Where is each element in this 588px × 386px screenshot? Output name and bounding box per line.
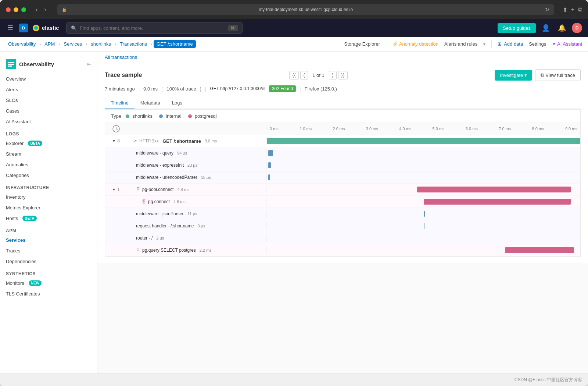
transactions-notice: All transactions — [97, 52, 588, 63]
row-duration-3: 15 μs — [201, 175, 211, 180]
axis-7ms: 7.0 ms — [499, 127, 511, 131]
view-full-trace-button[interactable]: ⧉ View full trace — [535, 69, 581, 81]
type-dot-internal — [159, 114, 163, 118]
search-bar[interactable]: 🔍 ⌘/ — [66, 22, 243, 34]
sidebar-logo — [6, 59, 16, 69]
sidebar-toggle[interactable]: ⧉ — [578, 6, 582, 13]
sidebar-item-categories[interactable]: Categories — [0, 170, 97, 181]
tab-metadata[interactable]: Metadata — [135, 97, 166, 109]
search-icon: 🔍 — [71, 25, 77, 31]
sidebar-item-stream[interactable]: Stream — [0, 149, 97, 159]
breadcrumb-transactions[interactable]: Transactions — [118, 40, 149, 47]
sidebar-collapse-button[interactable]: ⇤ — [87, 61, 91, 67]
ai-assistant-link[interactable]: ✦ AI Assistant — [552, 41, 582, 47]
anomaly-detection-link[interactable]: Anomaly detection — [392, 41, 438, 47]
breadcrumb-shortlinks[interactable]: shortlinks — [89, 40, 113, 47]
trace-first-button[interactable]: ⟨⟨ — [289, 71, 299, 79]
traffic-light-green[interactable] — [21, 7, 26, 12]
table-row: ▾ 8 ↗ HTTP 3xx GET /:shortname 9.0 ms — [105, 135, 580, 147]
sidebar-item-alerts[interactable]: Alerts — [0, 84, 97, 95]
hamburger-icon[interactable]: ☰ — [6, 22, 15, 33]
sidebar-item-dependencies[interactable]: Dependencies — [0, 256, 97, 267]
sidebar-item-hosts[interactable]: Hosts BETA — [0, 213, 97, 224]
bar-col-7 — [267, 220, 580, 232]
sidebar-title: Observability — [19, 61, 54, 67]
row-num-0: ▾ 8 — [105, 137, 127, 145]
row-label-2: middleware - expressInit 23 μs — [127, 161, 267, 169]
search-input[interactable] — [80, 25, 225, 31]
tab-logs[interactable]: Logs — [166, 97, 188, 109]
type-postgresql: postgresql — [195, 113, 217, 119]
sidebar-section-logs: Logs — [0, 127, 97, 138]
expand-button-4[interactable]: ▾ — [112, 187, 116, 192]
axis-4ms: 4.0 ms — [399, 127, 411, 131]
storage-explorer-link[interactable]: Storage Explorer — [344, 41, 380, 47]
sidebar-section-synthetics: Synthetics — [0, 267, 97, 278]
bar-3 — [268, 174, 270, 180]
investigate-dropdown-icon: ▾ — [524, 72, 527, 78]
axis-2ms: 2.0 ms — [333, 127, 345, 131]
back-button[interactable]: ‹ — [33, 6, 40, 14]
sidebar-item-tls-certificates[interactable]: TLS Certificates — [0, 288, 97, 299]
beta-badge-explorer: BETA — [28, 141, 42, 146]
type-label: Type — [111, 113, 121, 119]
row-duration-0: 9.0 ms — [205, 139, 217, 143]
db-icon-4: 🗄 — [136, 187, 140, 192]
axis-3ms: 3.0 ms — [366, 127, 378, 131]
alerts-rules-link[interactable]: Alerts and rules — [444, 41, 477, 47]
sidebar-item-cases[interactable]: Cases — [0, 106, 97, 116]
sidebar-item-ai-assistant[interactable]: AI Assistant — [0, 116, 97, 127]
trace-url: GET http://127.0.0.1:3000/el — [210, 86, 265, 91]
breadcrumb-apm[interactable]: APM — [42, 40, 57, 47]
sidebar-item-inventory[interactable]: Inventory — [0, 192, 97, 202]
reload-icon[interactable]: ↻ — [545, 7, 549, 13]
all-transactions-link[interactable]: All transactions — [105, 54, 137, 60]
breadcrumb-bar: Observability › APM › Services › shortli… — [0, 37, 588, 52]
tab-timeline[interactable]: Timeline — [105, 97, 135, 109]
sidebar-item-metrics-explorer[interactable]: Metrics Explorer — [0, 202, 97, 213]
trace-next-button[interactable]: ⟩ — [329, 71, 337, 79]
row-text-1: middleware - query — [136, 150, 173, 156]
forward-button[interactable]: › — [42, 6, 48, 14]
bar-8 — [424, 235, 424, 241]
traffic-light-red[interactable] — [6, 7, 11, 12]
sidebar-item-services[interactable]: Services — [0, 235, 97, 245]
notifications-icon[interactable]: 🔔 — [556, 22, 568, 33]
add-data-link[interactable]: ⊞ Add data — [498, 41, 523, 47]
timeline-area: Type shortlinks internal postgresql — [105, 109, 581, 257]
expand-button-0[interactable]: ▾ — [112, 138, 116, 144]
alerts-dropdown-icon[interactable]: ▾ — [483, 42, 485, 47]
row-label-8: router - / 2 μs — [127, 234, 267, 242]
new-badge-monitors: NEW — [29, 280, 42, 286]
sidebar-item-slos[interactable]: SLOs — [0, 95, 97, 106]
row-label-0: ↗ HTTP 3xx GET /:shortname 9.0 ms — [127, 137, 267, 145]
sidebar-item-traces[interactable]: Traces — [0, 245, 97, 256]
share-button[interactable]: ⬆ — [563, 6, 567, 13]
investigate-button[interactable]: Investigate ▾ — [495, 70, 532, 81]
table-row: 🗄 pg.query:SELECT postgres 2.2 ms — [105, 244, 580, 256]
avatar[interactable]: D — [572, 23, 582, 33]
settings-link[interactable]: Settings — [529, 41, 546, 47]
bar-col-2 — [267, 159, 580, 171]
trace-last-button[interactable]: ⟩⟩ — [338, 71, 348, 79]
sidebar-item-overview[interactable]: Overview — [0, 74, 97, 84]
row-text-9: pg.query:SELECT postgres — [142, 248, 196, 253]
breadcrumb-get-shortname[interactable]: GET /:shortname — [154, 40, 196, 48]
trace-prev-button[interactable]: ⟨ — [300, 71, 308, 79]
breadcrumb-services[interactable]: Services — [61, 40, 84, 47]
row-label-1: middleware - query 94 μs — [127, 149, 267, 157]
breadcrumb-observability[interactable]: Observability — [6, 40, 38, 47]
table-row: request handler - /:shortname 3 μs — [105, 220, 580, 232]
new-tab-button[interactable]: + — [571, 6, 574, 13]
traffic-light-yellow[interactable] — [14, 7, 18, 12]
setup-guides-button[interactable]: Setup guides — [498, 23, 536, 33]
axis-1ms: 1.0 ms — [300, 127, 312, 131]
sidebar-item-anomalies[interactable]: Anomalies — [0, 159, 97, 170]
trace-meta: 7 minutes ago | 9.0 ms (100% of trace) |… — [105, 85, 581, 92]
sidebar-item-explorer[interactable]: Explorer BETA — [0, 138, 97, 149]
sidebar-item-monitors[interactable]: Monitors NEW — [0, 278, 97, 288]
row-label-5: 🗄 pg.connect 4.6 ms — [127, 198, 267, 206]
trace-sample-title: Trace sample — [105, 72, 142, 78]
sidebar-section-apm: APM — [0, 224, 97, 235]
user-profile-icon[interactable]: 👤 — [539, 22, 552, 33]
